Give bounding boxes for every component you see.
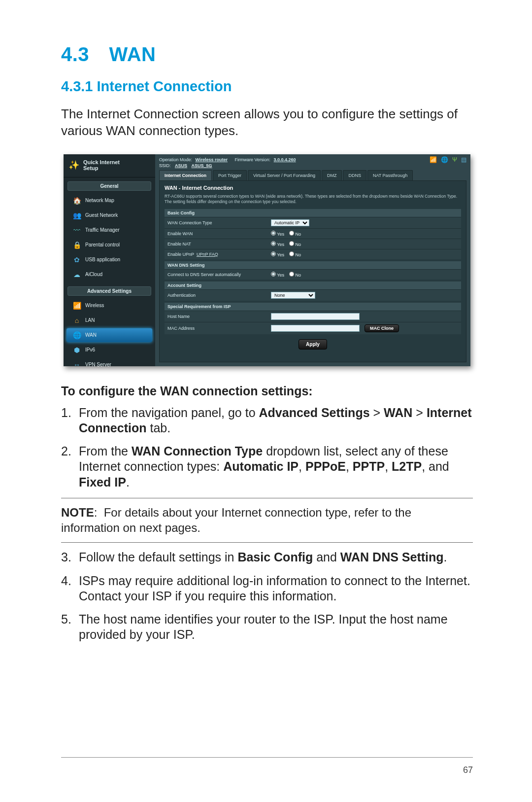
sidebar-item-guest-network[interactable]: 👥Guest Network bbox=[66, 209, 152, 222]
sidebar-item-usb-application[interactable]: ✿USB application bbox=[66, 253, 152, 267]
configure-heading: To configure the WAN connection settings… bbox=[61, 384, 473, 398]
sidebar-item-label: WAN bbox=[85, 332, 97, 338]
label-wan-connection-type: WAN Connection Type bbox=[167, 220, 271, 225]
tab-virtual-server-port-forwarding[interactable]: Virtual Server / Port Forwarding bbox=[248, 170, 321, 180]
sidebar-item-network-map[interactable]: 🏠Network Map bbox=[66, 194, 152, 208]
main-panel: Operation Mode: Wireless router Firmware… bbox=[155, 154, 470, 366]
wan-icon: 🌐 bbox=[72, 331, 81, 340]
magic-wand-icon: ✨ bbox=[68, 160, 79, 171]
radio-enable-wan-yes[interactable]: Yes bbox=[271, 231, 284, 237]
sidebar-item-label: Network Map bbox=[85, 198, 114, 203]
subsection-heading: 4.3.1 Internet Connection bbox=[61, 78, 473, 95]
globe-icon[interactable]: 🌐 bbox=[441, 156, 448, 163]
label-enable-nat: Enable NAT bbox=[167, 242, 271, 246]
label-dns-auto: Connect to DNS Server automatically bbox=[167, 272, 271, 277]
sidebar-item-ipv6[interactable]: ⬢IPv6 bbox=[66, 343, 152, 357]
quick-internet-setup-label: Quick Internet Setup bbox=[83, 159, 120, 171]
sidebar-item-wireless[interactable]: 📶Wireless bbox=[66, 299, 152, 313]
sidebar-item-label: VPN Server bbox=[85, 362, 111, 367]
vpn-server-icon: ↔ bbox=[72, 360, 81, 369]
select-wan-connection-type[interactable]: Automatic IP bbox=[271, 219, 309, 226]
ssid-row: SSID: ASUS ASUS_5G bbox=[155, 163, 470, 170]
steps-list-2: Follow the default settings in Basic Con… bbox=[61, 550, 473, 642]
ipv6-icon: ⬢ bbox=[72, 346, 81, 354]
ssid-2[interactable]: ASUS_5G bbox=[192, 163, 212, 168]
traffic-manager-icon: 〰 bbox=[72, 226, 81, 235]
fw-label: Firmware Version: bbox=[235, 157, 271, 162]
step-item: From the WAN Connection Type dropdown li… bbox=[61, 444, 473, 490]
sidebar-item-label: AiCloud bbox=[85, 272, 102, 277]
label-enable-upnp: Enable UPnP bbox=[167, 252, 194, 257]
steps-list-1: From the navigation panel, go to Advance… bbox=[61, 405, 473, 490]
step-item: From the navigation panel, go to Advance… bbox=[61, 405, 473, 436]
sidebar-item-parental-control[interactable]: 🔒Parental control bbox=[66, 238, 152, 252]
radio-enable-nat-no[interactable]: No bbox=[289, 241, 301, 247]
ssid-1[interactable]: ASUS bbox=[175, 163, 187, 168]
op-mode-label: Operation Mode: bbox=[159, 157, 192, 162]
radio-enable-upnp-yes[interactable]: Yes bbox=[271, 251, 284, 257]
status-bar: Operation Mode: Wireless router Firmware… bbox=[159, 157, 298, 162]
usb-application-icon: ✿ bbox=[72, 255, 81, 264]
sidebar-item-label: LAN bbox=[85, 317, 95, 323]
label-host-name: Host Name bbox=[167, 314, 271, 319]
aicloud-icon: ☁ bbox=[72, 270, 81, 279]
sidebar-item-wan[interactable]: 🌐WAN bbox=[66, 328, 152, 342]
lan-icon: ⌂ bbox=[72, 316, 81, 325]
sidebar-item-aicloud[interactable]: ☁AiCloud bbox=[66, 268, 152, 281]
note-separator-bottom bbox=[61, 542, 473, 543]
sidebar-item-label: Guest Network bbox=[85, 212, 118, 218]
input-host-name[interactable] bbox=[271, 313, 360, 320]
sidebar-item-label: IPv6 bbox=[85, 347, 95, 352]
wireless-icon: 📶 bbox=[72, 301, 81, 310]
note-separator-top bbox=[61, 498, 473, 498]
tab-dmz[interactable]: DMZ bbox=[322, 170, 342, 180]
op-mode-value[interactable]: Wireless router bbox=[196, 157, 228, 162]
page-number: 67 bbox=[463, 765, 473, 775]
status-icon[interactable]: ▤ bbox=[461, 156, 466, 163]
sidebar-item-traffic-manager[interactable]: 〰Traffic Manager bbox=[66, 223, 152, 237]
section-basic-config: Basic Config bbox=[165, 209, 461, 217]
ssid-label: SSID: bbox=[159, 163, 171, 168]
sidebar-item-label: Traffic Manager bbox=[85, 227, 119, 233]
panel-description: RT-AC66U supports several connection typ… bbox=[165, 194, 461, 205]
network-map-icon: 🏠 bbox=[72, 196, 81, 205]
tab-port-trigger[interactable]: Port Trigger bbox=[213, 170, 247, 180]
label-authentication: Authentication bbox=[167, 293, 271, 298]
label-enable-wan: Enable WAN bbox=[167, 231, 271, 236]
sidebar-item-label: Parental control bbox=[85, 242, 120, 247]
radio-enable-nat-yes[interactable]: Yes bbox=[271, 241, 284, 247]
label-mac-address: MAC Address bbox=[167, 326, 271, 331]
apply-button[interactable]: Apply bbox=[299, 339, 327, 349]
footer-rule bbox=[61, 757, 473, 758]
fw-value[interactable]: 3.0.0.4.260 bbox=[274, 157, 296, 162]
section-heading: 4.3 WAN bbox=[61, 43, 473, 66]
step-item: The host name identifies your router to … bbox=[61, 612, 473, 643]
tab-ddns[interactable]: DDNS bbox=[343, 170, 366, 180]
link-upnp-faq[interactable]: UPnP FAQ bbox=[197, 252, 218, 257]
wan-tabs: Internet ConnectionPort TriggerVirtual S… bbox=[155, 170, 470, 180]
step-item: Follow the default settings in Basic Con… bbox=[61, 550, 473, 565]
sidebar-item-vpn-server[interactable]: ↔VPN Server bbox=[66, 358, 152, 372]
radio-enable-wan-no[interactable]: No bbox=[289, 231, 301, 237]
step-item: ISPs may require additional log-in infor… bbox=[61, 573, 473, 604]
mac-clone-button[interactable]: MAC Clone bbox=[365, 324, 399, 332]
usb-icon[interactable]: Ψ bbox=[452, 156, 457, 163]
sidebar-item-label: USB application bbox=[85, 257, 120, 262]
radio-dns-auto-no[interactable]: No bbox=[289, 272, 301, 278]
tab-internet-connection[interactable]: Internet Connection bbox=[159, 170, 212, 180]
intro-paragraph: The Internet Connection screen allows yo… bbox=[61, 105, 473, 139]
tab-nat-passthrough[interactable]: NAT Passthrough bbox=[367, 170, 413, 180]
radio-enable-upnp-no[interactable]: No bbox=[289, 251, 301, 257]
section-wan-dns: WAN DNS Setting bbox=[165, 261, 461, 269]
input-mac-address[interactable] bbox=[271, 325, 360, 332]
select-authentication[interactable]: None bbox=[271, 292, 315, 299]
sidebar-item-lan[interactable]: ⌂LAN bbox=[66, 314, 152, 327]
signal-icon[interactable]: 📶 bbox=[430, 156, 437, 163]
panel-title: WAN - Internet Connection bbox=[165, 185, 461, 191]
quick-internet-setup[interactable]: ✨ Quick Internet Setup bbox=[64, 154, 155, 177]
sidebar-general-header: General bbox=[67, 181, 151, 191]
sidebar-advanced-header: Advanced Settings bbox=[67, 286, 151, 296]
section-account: Account Setting bbox=[165, 281, 461, 289]
sidebar-item-label: Wireless bbox=[85, 303, 104, 308]
radio-dns-auto-yes[interactable]: Yes bbox=[271, 272, 284, 278]
